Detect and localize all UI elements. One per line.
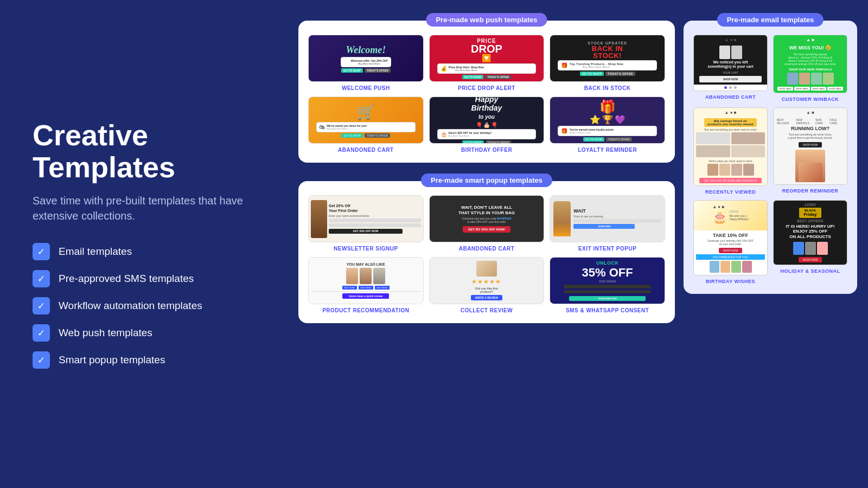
check-icon: ✓ [33,297,50,314]
template-sms-consent[interactable]: UNLOCK 35% OFF VOID ORDER SUBSCRIBE NOW … [550,257,665,313]
template-thumb-abandoned-popup: WAIT, DON'T LEAVE ALLTHAT STYLE IN YOUR … [429,195,545,242]
template-name-pricedrop: PRICE DROP ALERT [458,85,515,91]
template-name-sms-consent: SMS & WHATSAPP CONSENT [566,307,649,313]
check-icon: ✓ [33,351,50,369]
template-thumb-newsletter: Get 20% OffYour First Order Enter your n… [308,195,424,242]
left-section: Creative Templates Save time with pre-bu… [0,0,293,488]
email-template-winback[interactable]: ▲ ■ WE MISS YOU! 😢 We have something spe… [773,35,847,102]
template-price-drop[interactable]: PRICE DROP 🔽 💰 Price Drop Alert: Shop No… [429,35,545,91]
list-item: ✓ Email templates [33,243,266,260]
template-thumb-product-rec: YOU MAY ALSO LIKE BUY NOW BUY NOW BUY [308,257,424,304]
template-name-product-rec: PRODUCT RECOMMENDATION [322,307,409,313]
email-name-recently: RECENTLY VIEWED [705,189,756,195]
check-icon: ✓ [33,243,50,260]
template-thumb-sms: UNLOCK 35% OFF VOID ORDER SUBSCRIBE NOW [550,257,665,304]
checklist-label: Email templates [59,246,132,258]
template-welcome-push[interactable]: Welcome! 🛍 Welcome offer: Get 20% OFF Bu… [308,35,424,91]
email-thumb-winback: ▲ ■ WE MISS YOU! 😢 We have something spe… [773,35,847,93]
web-push-panel: Pre-made web push templates Welcome! 🛍 W… [298,21,675,163]
abandoned-thumb-img: 🛒 🛍 We've saved you items for you! Buy M… [309,97,423,143]
template-thumb-exit: WAIT Sorry to see you leaving... SUBSCRI… [550,195,665,242]
email-panel-label: Pre-made email templates [717,13,824,27]
subtitle-text: Save time with pre-built templates that … [33,193,266,223]
email-thumb-holiday: LOGO BLACKFriday BEST OFFERS IT IS HERE!… [773,200,847,265]
email-name-winback: CUSTOMER WINBACK [782,97,839,102]
list-item: ✓ Smart popup templates [33,351,266,369]
template-name-collect-review: COLLECT REVIEW [461,307,513,313]
template-newsletter-signup[interactable]: Get 20% OffYour First Order Enter your n… [308,195,424,252]
email-name-birthday: BIRTHDAY WISHES [706,279,755,284]
pricedrop-thumb-img: PRICE DROP 🔽 💰 Price Drop Alert: Shop No… [430,35,544,81]
check-icon: ✓ [33,270,50,287]
template-name-abandoned: ABANDONED CART [338,147,394,153]
template-abandoned-cart-popup[interactable]: WAIT, DON'T LEAVE ALLTHAT STYLE IN YOUR … [429,195,545,252]
email-name-abandoned: ABANDONED CART [705,94,756,100]
email-template-abandoned-cart[interactable]: ▲ ● ■ We noticed you leftsomething(s) in… [693,35,768,102]
check-icon: ✓ [33,324,50,342]
template-collect-review[interactable]: ★★★★★ Did you like thisproduct? WRITE A … [429,257,545,313]
checklist-label: Web push templates [59,327,152,339]
email-template-birthday[interactable]: ▲ ● ■ 🎂 LOGO We wish you aHappy Birthday… [693,200,768,284]
smart-popup-grid: Get 20% OffYour First Order Enter your n… [308,195,665,313]
email-template-grid: ▲ ● ■ We noticed you leftsomething(s) in… [693,35,847,284]
web-push-label: Pre-made web push templates [426,13,547,27]
checklist-label: Workflow automation templates [59,300,202,312]
template-thumb-welcome: Welcome! 🛍 Welcome offer: Get 20% OFF Bu… [308,35,424,82]
page-wrapper: Creative Templates Save time with pre-bu… [0,0,868,488]
right-section: Pre-made web push templates Welcome! 🛍 W… [293,0,868,488]
email-template-holiday[interactable]: LOGO BLACKFriday BEST OFFERS IT IS HERE!… [773,200,847,284]
email-thumb-birthday: ▲ ● ■ 🎂 LOGO We wish you aHappy Birthday… [693,200,768,275]
email-name-holiday: HOLIDAY & SEASONAL [780,268,840,274]
checklist-label: Smart popup templates [59,354,165,366]
template-name-backinstock: BACK IN STOCK [584,85,631,91]
template-thumb-backinstock: STOCK UPDATED BACK IN STOCK! 🎁 Top Trend… [550,35,665,82]
template-back-in-stock[interactable]: STOCK UPDATED BACK IN STOCK! 🎁 Top Trend… [550,35,665,91]
template-product-rec[interactable]: YOU MAY ALSO LIKE BUY NOW BUY NOW BUY [308,257,424,313]
template-loyalty-reminder[interactable]: 🎁 ⭐ 🏆 💜 🎁 You've [550,97,665,153]
backinstock-thumb-img: STOCK UPDATED BACK IN STOCK! 🎁 Top Trend… [550,35,665,81]
template-abandoned-cart-push[interactable]: 🛒 🛍 We've saved you items for you! Buy M… [308,97,424,153]
template-thumb-pricedrop: PRICE DROP 🔽 💰 Price Drop Alert: Shop No… [429,35,545,82]
list-item: ✓ Web push templates [33,324,266,342]
template-name-birthday: BIRTHDAY OFFER [461,147,512,153]
template-thumb-abandoned: 🛒 🛍 We've saved you items for you! Buy M… [308,97,424,144]
template-name-exit: EXIT INTENT POPUP [578,246,636,252]
email-name-reorder: REORDER REMINDER [782,188,839,194]
checklist-label: Pre-approved SMS templates [59,273,194,285]
smart-popup-label: Pre-made smart popup templates [421,174,552,187]
email-thumb-reorder: ▲ ■ BEST SELLERSNEW ARRIVALSSKIN CAREFAC… [773,107,847,185]
template-thumb-birthday: HappyBirthdayto you 🎈 🎂 🎈 🎂 [429,97,545,144]
template-birthday-offer[interactable]: HappyBirthdayto you 🎈 🎂 🎈 🎂 [429,97,545,153]
template-thumb-loyalty: 🎁 ⭐ 🏆 💜 🎁 You've [550,97,665,144]
birthday-thumb-img: HappyBirthdayto you 🎈 🎂 🎈 🎂 [430,97,544,143]
template-name-loyalty: LOYALTY REMINDER [578,147,637,153]
template-thumb-collect-review: ★★★★★ Did you like thisproduct? WRITE A … [429,257,545,304]
list-item: ✓ Pre-approved SMS templates [33,270,266,287]
smart-popup-panel: Pre-made smart popup templates Get 20% O… [298,181,675,323]
email-template-recently-viewed[interactable]: ▲ ● ■ Big savings found onproducts you r… [693,107,768,195]
template-name-abandoned-popup: ABANDONED CART [459,246,515,252]
email-thumb-recently: ▲ ● ■ Big savings found onproducts you r… [693,107,768,186]
email-template-reorder[interactable]: ▲ ■ BEST SELLERSNEW ARRIVALSSKIN CAREFAC… [773,107,847,195]
loyalty-thumb-img: 🎁 ⭐ 🏆 💜 🎁 You've [550,97,665,143]
middle-panel: Pre-made web push templates Welcome! 🛍 W… [298,11,675,323]
email-panel: Pre-made email templates ▲ ● ■ We no [684,11,857,294]
list-item: ✓ Workflow automation templates [33,297,266,314]
email-thumb-abandoned: ▲ ● ■ We noticed you leftsomething(s) in… [693,35,768,91]
page-title: Creative Templates [33,119,266,184]
template-name-welcome: WELCOME PUSH [342,85,390,91]
welcome-thumb-img: Welcome! 🛍 Welcome offer: Get 20% OFF Bu… [309,35,423,81]
email-panel-inner: Pre-made email templates ▲ ● ■ We no [684,21,857,294]
email-icon-row: ▲ ● ■ [724,37,736,42]
template-exit-intent[interactable]: WAIT Sorry to see you leaving... SUBSCRI… [550,195,665,252]
template-name-newsletter: NEWSLETTER SIGNUP [334,246,398,252]
feature-checklist: ✓ Email templates ✓ Pre-approved SMS tem… [33,243,266,369]
web-push-grid: Welcome! 🛍 Welcome offer: Get 20% OFF Bu… [308,35,665,153]
